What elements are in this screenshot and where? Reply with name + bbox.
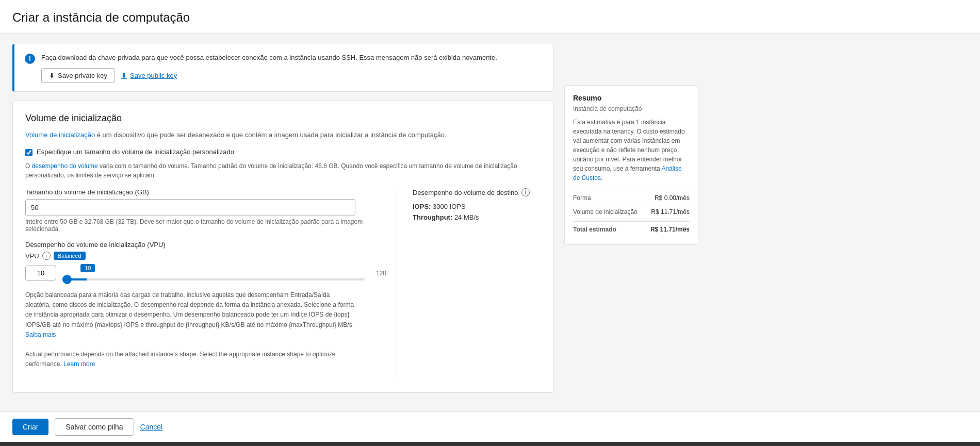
dest-volume-title: Desempenho do volume de destino i	[413, 188, 541, 196]
vpu-section-label: Desempenho do volume de inicialização (V…	[25, 241, 386, 249]
destination-volume-perf: Desempenho do volume de destino i IOPS: …	[397, 188, 541, 380]
summary-panel: Resumo Instância de computação Esta esti…	[564, 85, 698, 245]
info-icon: i	[25, 54, 35, 64]
save-public-key-button[interactable]: ⬇ Save public key	[121, 68, 177, 83]
slider-wrapper: 10 120	[25, 264, 386, 282]
main-content: i Faça download da chave privada para qu…	[0, 34, 980, 411]
info-banner-actions: ⬇ Save private key ⬇ Save public key	[41, 68, 497, 83]
info-banner-text: Faça download da chave privada para que …	[41, 53, 497, 63]
vpu-slider[interactable]	[62, 278, 365, 280]
vpu-label: VPU	[25, 252, 39, 260]
info-banner: i Faça download da chave privada para qu…	[12, 44, 554, 92]
cost-bar: Custo estimado R$ 11.71/mês	[0, 442, 980, 447]
page-title: Criar a instância de computação	[0, 0, 980, 34]
footer-actions: Criar Salvar como pilha Cancel	[0, 411, 980, 442]
summary-title: Resumo	[573, 94, 690, 102]
cancel-button[interactable]: Cancel	[140, 423, 163, 431]
vpu-section: Desempenho do volume de inicialização (V…	[25, 241, 386, 370]
right-column: Resumo Instância de computação Esta esti…	[564, 44, 698, 401]
desempenho-link[interactable]: desempenho do volume	[32, 162, 98, 170]
download-icon-public: ⬇	[121, 72, 127, 79]
info-banner-content: Faça download da chave privada para que …	[41, 53, 497, 83]
save-stack-button[interactable]: Salvar como pilha	[55, 418, 134, 436]
vpu-label-row: VPU i Balanced	[25, 252, 386, 260]
custom-size-checkbox[interactable]	[25, 149, 32, 156]
download-icon: ⬇	[49, 72, 55, 79]
forma-row: Forma R$ 0.00/mês	[573, 191, 690, 205]
hint-text: O desempenho do volume varia com o taman…	[25, 161, 541, 180]
save-private-key-button[interactable]: ⬇ Save private key	[41, 68, 115, 83]
boot-volume-section: Volume de inicialização Volume de inicia…	[12, 100, 554, 393]
boot-volume-description: Volume de inicialização é um dispositivo…	[25, 130, 541, 140]
left-column: i Faça download da chave privada para qu…	[12, 44, 554, 401]
size-input[interactable]	[25, 199, 355, 216]
vpu-info-icon[interactable]: i	[42, 252, 51, 260]
page-wrapper: Criar a instância de computação i Faça d…	[0, 0, 980, 446]
dest-info-icon[interactable]: i	[521, 188, 530, 196]
boot-volume-title: Volume de inicialização	[25, 113, 541, 124]
total-row: Total estimado R$ 11.71/mês	[573, 221, 690, 236]
slider-tooltip-wrapper: 10	[80, 264, 95, 272]
left-form: Tamanho do volume de inicialização (GB) …	[25, 188, 386, 380]
slider-tooltip: 10	[80, 264, 95, 272]
learn-more-link[interactable]: Saiba mais	[25, 331, 56, 338]
volume-row: Volume de inicialização R$ 11.71/mês	[573, 205, 690, 219]
summary-desc: Esta estimativa é para 1 instância execu…	[573, 118, 690, 183]
custom-size-checkbox-row: Especifique um tamanho do volume de inic…	[25, 148, 541, 156]
learn-more-link-2[interactable]: Learn more	[63, 360, 95, 368]
balanced-badge: Balanced	[54, 252, 86, 260]
create-button[interactable]: Criar	[12, 419, 48, 435]
two-col-layout: Tamanho do volume de inicialização (GB) …	[25, 188, 541, 380]
size-label: Tamanho do volume de inicialização (GB)	[25, 188, 386, 196]
iops-item: IOPS: 3000 IOPS	[413, 203, 541, 210]
vpu-input[interactable]	[25, 266, 56, 280]
summary-subtitle: Instância de computação	[573, 105, 690, 112]
slider-container: 10	[62, 264, 365, 282]
balanced-description: Opção balanceada para a maioria das carg…	[25, 290, 355, 370]
custom-size-label[interactable]: Especifique um tamanho do volume de inic…	[37, 148, 234, 156]
size-hint: Inteiro entre 50 GB e 32.768 GB (32 TB).…	[25, 218, 386, 233]
boot-volume-link[interactable]: Volume de inicialização	[25, 131, 95, 139]
throughput-item: Throughput: 24 MB/s	[413, 213, 541, 221]
slider-max-label: 120	[371, 270, 386, 277]
size-field: Tamanho do volume de inicialização (GB) …	[25, 188, 386, 233]
